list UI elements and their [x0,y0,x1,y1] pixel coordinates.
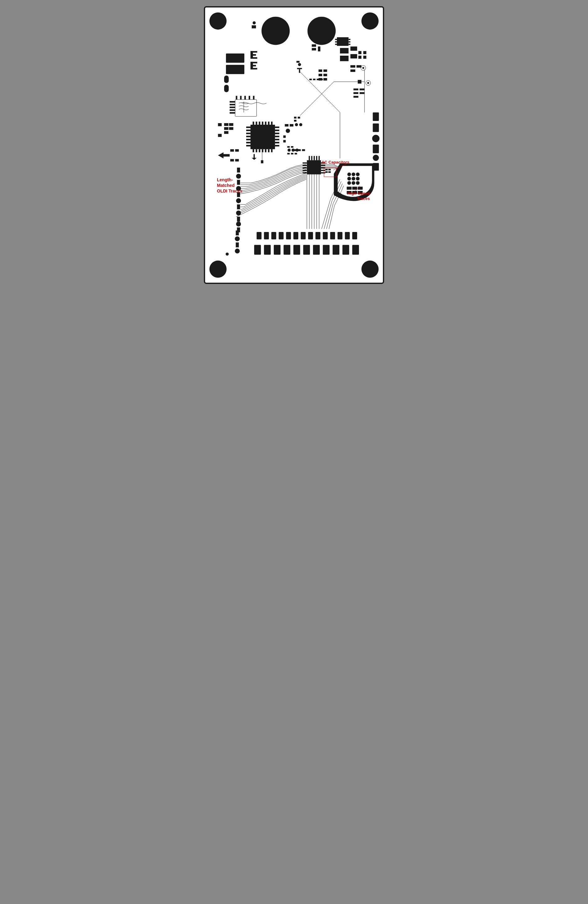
svg-rect-159 [293,232,298,239]
svg-rect-174 [313,245,320,255]
svg-rect-12 [251,65,256,66]
svg-rect-162 [315,232,320,239]
corner-hole-bl [210,261,227,278]
svg-rect-23 [312,48,316,51]
svg-rect-171 [284,245,290,255]
svg-rect-119 [309,156,310,160]
svg-rect-173 [303,245,310,255]
svg-rect-90 [373,145,379,153]
svg-rect-109 [303,162,307,164]
svg-point-89 [372,135,380,142]
svg-rect-143 [237,168,240,172]
svg-rect-42 [253,96,255,100]
svg-rect-16 [340,56,349,61]
svg-point-74 [285,129,290,133]
ac-capacitors-annotation: AC Capacitors [322,160,349,165]
svg-rect-4 [224,76,229,83]
svg-rect-82 [218,123,222,126]
svg-rect-67 [275,133,279,134]
svg-rect-200 [230,149,234,152]
svg-rect-139 [325,169,328,171]
svg-rect-57 [271,149,273,152]
svg-rect-214 [353,96,358,98]
svg-rect-154 [257,232,262,239]
svg-rect-14 [340,48,349,54]
svg-rect-118 [321,172,325,174]
svg-rect-170 [274,245,281,255]
svg-rect-25 [337,37,348,46]
svg-rect-203 [235,159,239,161]
svg-rect-189 [294,120,296,122]
svg-rect-53 [259,149,260,152]
svg-rect-205 [261,160,263,163]
svg-rect-52 [256,149,257,152]
pcb-board: Length-MatchedOLDI Traces AC Capacitors … [204,6,384,284]
svg-rect-95 [297,68,302,69]
svg-rect-97 [318,70,322,72]
svg-point-91 [373,155,379,161]
svg-rect-13 [251,68,257,70]
svg-rect-202 [230,159,234,161]
svg-rect-40 [244,96,246,100]
oldi-traces-annotation: Length-MatchedOLDI Traces [217,177,243,194]
svg-rect-160 [301,232,306,239]
svg-rect-65 [275,126,279,128]
svg-rect-41 [249,96,250,100]
svg-rect-188 [298,117,300,119]
svg-rect-133 [347,186,352,190]
svg-rect-121 [314,156,315,160]
svg-rect-43 [251,125,275,149]
svg-rect-22 [312,44,316,47]
svg-point-128 [352,177,355,181]
svg-rect-122 [316,156,317,160]
svg-rect-151 [237,217,240,222]
svg-point-127 [347,177,351,181]
svg-rect-62 [246,139,251,140]
svg-rect-155 [264,232,269,239]
svg-point-181 [235,236,240,241]
corner-hole-br [361,261,378,278]
svg-rect-29 [349,39,351,40]
svg-point-190 [295,123,298,126]
svg-rect-58 [246,126,251,128]
svg-rect-27 [335,41,337,43]
svg-rect-76 [283,140,285,142]
svg-point-191 [299,123,303,126]
svg-rect-192 [287,146,290,148]
svg-rect-37 [230,112,235,114]
svg-rect-102 [323,78,327,81]
svg-rect-108 [307,160,321,174]
svg-rect-61 [246,136,251,137]
high-speed-traces-annotation: High-SpeedTraces [347,191,370,202]
svg-rect-80 [229,127,233,130]
svg-rect-51 [253,149,254,152]
svg-rect-84 [358,80,361,84]
svg-rect-96 [299,69,300,73]
svg-rect-45 [256,122,257,125]
svg-rect-15 [350,46,357,51]
svg-rect-197 [287,153,290,155]
svg-point-195 [292,149,295,152]
svg-rect-167 [352,232,357,239]
svg-point-179 [225,253,229,256]
svg-rect-208 [317,79,319,80]
svg-rect-19 [363,51,366,54]
svg-rect-8 [251,54,256,56]
svg-rect-28 [335,44,337,45]
svg-rect-71 [275,145,279,147]
svg-rect-68 [275,136,279,137]
svg-rect-141 [328,169,331,171]
svg-rect-104 [356,65,361,68]
svg-rect-31 [349,44,351,45]
svg-rect-164 [330,232,335,239]
svg-rect-83 [218,134,222,137]
svg-rect-79 [224,127,229,130]
svg-point-196 [296,149,299,152]
svg-rect-176 [333,245,339,255]
svg-rect-66 [275,130,279,131]
svg-rect-177 [342,245,349,255]
svg-rect-38 [236,96,237,100]
svg-point-126 [356,172,359,176]
svg-rect-100 [323,74,327,76]
corner-hole-tl [210,13,227,30]
